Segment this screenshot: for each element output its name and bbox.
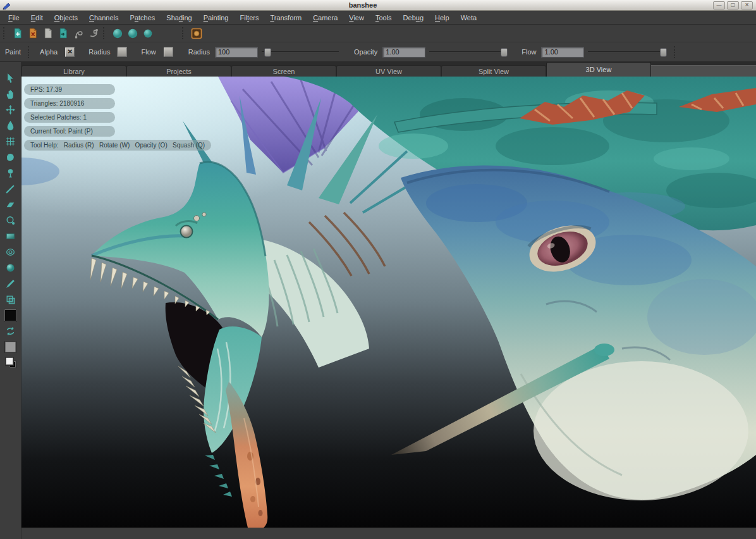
save-project-button[interactable] xyxy=(40,26,56,40)
brush-tool[interactable] xyxy=(3,276,18,290)
pan-tool[interactable] xyxy=(3,87,18,101)
toolbar-separator xyxy=(182,27,186,39)
menu-debug[interactable]: Debug xyxy=(398,14,429,22)
menu-bar: File Edit Objects Channels Patches Shadi… xyxy=(0,11,756,25)
flow-checkbox[interactable] xyxy=(164,47,173,57)
radius-toggle-label: Radius xyxy=(83,48,115,56)
tab-library[interactable]: Library xyxy=(21,65,126,77)
eraser-tool[interactable] xyxy=(3,197,18,211)
paint-buffer-3-button[interactable] xyxy=(140,26,155,40)
menu-file[interactable]: File xyxy=(3,14,25,22)
move-tool[interactable] xyxy=(3,102,18,116)
lighting-icon xyxy=(191,28,202,39)
radius-slider-handle[interactable] xyxy=(264,48,271,57)
maximize-button[interactable]: ▢ xyxy=(727,1,739,9)
teardrop-icon xyxy=(5,120,16,131)
brush-icon xyxy=(5,278,16,289)
zoom-select-tool[interactable] xyxy=(3,213,18,227)
hud-selected-patches: Selected Patches: 1 xyxy=(24,112,115,123)
alpha-checkbox[interactable]: ✕ xyxy=(65,47,75,57)
current-tool-label: Paint xyxy=(0,48,26,56)
radius-slider-label: Radius xyxy=(183,48,215,56)
tool-palette xyxy=(0,62,21,539)
mesh-tool[interactable] xyxy=(3,134,18,148)
menu-edit[interactable]: Edit xyxy=(25,14,49,22)
flow-slider[interactable] xyxy=(588,47,665,56)
radius-value-field[interactable]: 100 xyxy=(215,47,258,58)
line-tool[interactable] xyxy=(3,182,18,195)
lighting-button[interactable] xyxy=(189,26,204,40)
menu-shading[interactable]: Shading xyxy=(161,14,197,22)
alpha-toggle-label: Alpha xyxy=(35,48,63,56)
new-project-icon xyxy=(13,28,23,39)
close-project-button[interactable] xyxy=(25,26,40,40)
menu-patches[interactable]: Patches xyxy=(125,14,161,22)
application-window: { "window": { "title": "banshee", "butto… xyxy=(0,0,756,539)
ellipse-select-icon xyxy=(5,247,16,257)
radius-checkbox[interactable] xyxy=(118,47,127,57)
pan-hand-icon xyxy=(5,89,16,99)
tab-projects[interactable]: Projects xyxy=(126,65,231,77)
paint-options-bar: Paint Alpha ✕ Radius Flow Radius 100 Opa… xyxy=(0,42,756,62)
node-tool-button[interactable] xyxy=(86,26,101,40)
paint-blob-tool[interactable] xyxy=(3,150,18,164)
tab-screen[interactable]: Screen xyxy=(231,65,336,77)
import-project-button[interactable] xyxy=(56,26,71,40)
menu-camera[interactable]: Camera xyxy=(307,14,343,22)
flow-slider-handle[interactable] xyxy=(660,48,667,57)
minimize-button[interactable]: — xyxy=(713,1,725,9)
reset-colors-swatch[interactable] xyxy=(3,356,18,369)
menu-painting[interactable]: Painting xyxy=(198,14,235,22)
tab-uv-view[interactable]: UV View xyxy=(336,65,441,77)
tab-bar-filler xyxy=(651,65,756,77)
opacity-slider-handle[interactable] xyxy=(501,48,508,57)
window-controls: — ▢ ✕ xyxy=(713,1,753,9)
toolbar-separator xyxy=(3,27,7,39)
sphere-icon xyxy=(5,263,16,273)
tab-split-view[interactable]: Split View xyxy=(441,65,546,77)
3d-viewport[interactable]: FPS: 17.39 Triangles: 2180916 Selected P… xyxy=(21,77,756,528)
paint-buffer-1-button[interactable] xyxy=(110,26,125,40)
rect-select-tool[interactable] xyxy=(3,229,18,243)
flow-toggle-label: Flow xyxy=(136,48,161,56)
hud-fps: FPS: 17.39 xyxy=(24,84,115,95)
menu-objects[interactable]: Objects xyxy=(49,14,83,22)
opacity-slider[interactable] xyxy=(429,47,506,56)
rect-select-icon xyxy=(5,231,16,242)
window-title: banshee xyxy=(13,1,713,9)
pin-tool[interactable] xyxy=(3,166,18,180)
foreground-color-swatch[interactable] xyxy=(3,308,18,322)
menu-channels[interactable]: Channels xyxy=(83,14,125,22)
paint-buffer-1-icon xyxy=(112,28,123,39)
menu-view[interactable]: View xyxy=(343,14,370,22)
radius-slider[interactable] xyxy=(262,47,339,56)
swap-colors-button[interactable] xyxy=(3,324,18,338)
tab-3d-view[interactable]: 3D View xyxy=(546,62,651,77)
menu-filters[interactable]: Filters xyxy=(234,14,264,22)
opacity-slider-label: Opacity xyxy=(349,48,382,56)
background-color-swatch[interactable] xyxy=(3,340,18,354)
ellipse-select-tool[interactable] xyxy=(3,245,18,259)
menu-help[interactable]: Help xyxy=(429,14,455,22)
paint-buffer-2-button[interactable] xyxy=(125,26,140,40)
path-tool-button[interactable] xyxy=(71,26,86,40)
sphere-tool[interactable] xyxy=(3,261,18,275)
menu-transform[interactable]: Transform xyxy=(264,14,307,22)
flow-value-field[interactable]: 1.00 xyxy=(541,47,584,58)
pin-icon xyxy=(5,168,16,178)
hud-current-tool: Current Tool: Paint (P) xyxy=(24,126,115,137)
new-project-button[interactable] xyxy=(10,26,25,40)
app-pen-icon xyxy=(3,1,13,9)
paint-blob-icon xyxy=(5,152,16,163)
close-button[interactable]: ✕ xyxy=(741,1,753,9)
menu-weta[interactable]: Weta xyxy=(455,14,482,22)
clone-tool[interactable] xyxy=(3,292,18,306)
select-tool[interactable] xyxy=(3,71,18,85)
drop-tool[interactable] xyxy=(3,118,18,132)
hud-triangles: Triangles: 2180916 xyxy=(24,98,115,109)
opacity-value-field[interactable]: 1.00 xyxy=(382,47,425,58)
menu-tools[interactable]: Tools xyxy=(370,14,398,22)
mesh-grid-icon xyxy=(5,136,16,147)
paintbar-separator xyxy=(28,46,32,58)
swap-colors-icon xyxy=(5,326,16,337)
